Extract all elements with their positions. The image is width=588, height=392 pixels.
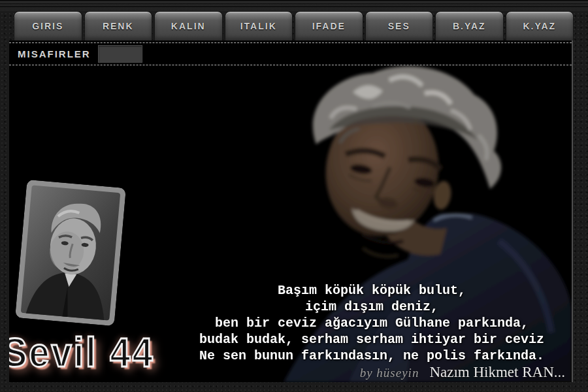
button-ifade[interactable]: IFADE [295, 11, 363, 41]
button-renk[interactable]: RENK [84, 11, 153, 41]
toolbar: GIRIS RENK KALIN ITALIK IFADE SES B.YAZ … [14, 11, 574, 41]
guests-bar: MISAFIRLER [9, 42, 572, 65]
button-italik[interactable]: ITALIK [225, 11, 293, 41]
poem-text: Başım köpük köpük bulut, içim dışım deni… [170, 282, 572, 364]
button-ses[interactable]: SES [365, 11, 434, 41]
poet-name: Nazım Hikmet RAN... [429, 364, 565, 380]
poem-line: Başım köpük köpük bulut, [170, 282, 572, 299]
guest-count-box [98, 45, 142, 63]
button-byaz[interactable]: B.YAZ [435, 11, 504, 41]
poem-line: budak budak, serham serham ihtiyar bir c… [170, 331, 572, 348]
site-logo: Sevil 44 [9, 329, 155, 376]
button-giris[interactable]: GIRIS [14, 11, 82, 41]
watermark-signature: by hüseyin [360, 366, 419, 380]
button-kyaz[interactable]: K.YAZ [506, 11, 574, 41]
content-area: Başım köpük köpük bulut, içim dışım deni… [9, 65, 572, 382]
poem-line: Ne sen bunun farkındasın, ne polis farkı… [170, 348, 572, 364]
guests-label: MISAFIRLER [18, 48, 91, 59]
frame-top-band [0, 0, 588, 11]
signature-row: by hüseyinNazım Hikmet RAN... [172, 364, 565, 381]
main-panel: MISAFIRLER [9, 41, 573, 382]
thumbnail-photo [15, 180, 126, 326]
poem-line: içim dışım deniz, [170, 299, 572, 315]
button-kalin[interactable]: KALIN [154, 11, 223, 41]
poem-line: ben bir ceviz ağacıyım Gülhane parkında, [170, 315, 572, 331]
chat-room-window: GIRIS RENK KALIN ITALIK IFADE SES B.YAZ … [0, 0, 588, 392]
